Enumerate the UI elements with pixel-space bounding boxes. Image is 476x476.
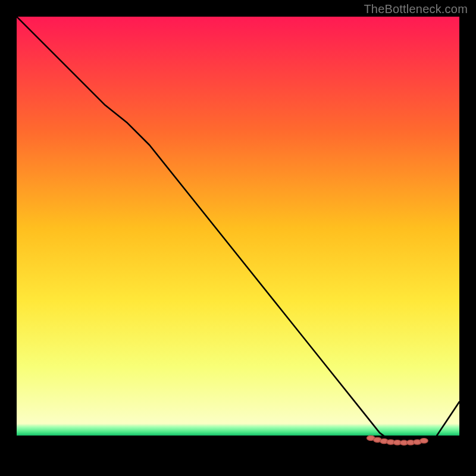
optimal-dot	[420, 439, 428, 443]
chart-stage: TheBottleneck.com	[0, 0, 476, 476]
optimal-dots	[17, 17, 459, 459]
watermark-text: TheBottleneck.com	[364, 2, 468, 16]
plot-area	[17, 17, 459, 459]
